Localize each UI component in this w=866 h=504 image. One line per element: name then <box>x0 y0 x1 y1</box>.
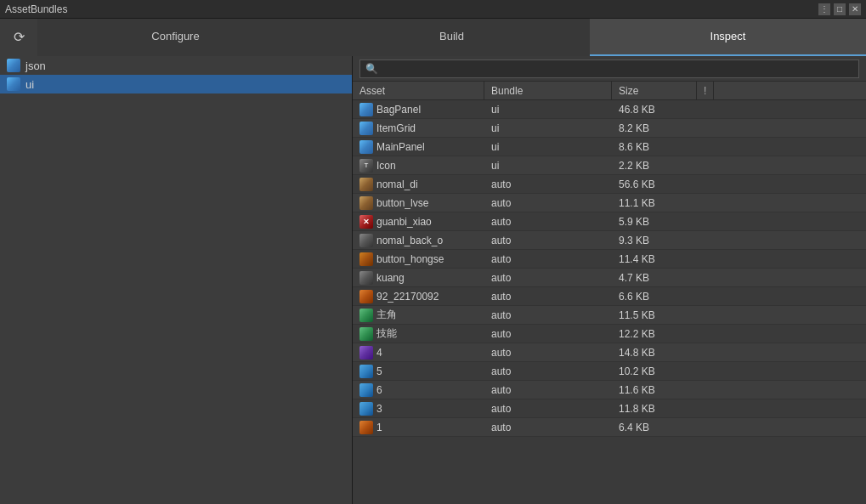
search-bar <box>353 56 866 82</box>
table-row[interactable]: 5 auto 10.2 KB <box>353 362 866 381</box>
table-row[interactable]: button_lvse auto 11.1 KB <box>353 194 866 212</box>
table-row[interactable]: 1 auto 6.4 KB <box>353 418 866 437</box>
table-row[interactable]: 92_22170092 auto 6.6 KB <box>353 287 866 306</box>
asset-name-cell: 5 <box>353 365 484 378</box>
maximize-button[interactable]: □ <box>834 3 846 15</box>
asset-bundle-cell: auto <box>484 197 612 209</box>
asset-bundle-cell: auto <box>484 178 612 190</box>
col-header-bundle: Bundle <box>484 82 612 99</box>
asset-icon <box>359 346 373 360</box>
title-bar: AssetBundles ⋮ □ ✕ <box>0 0 866 19</box>
main-layout: json ui Asset Bundle Size ! BagPanel ui <box>0 56 866 504</box>
asset-size-cell: 10.2 KB <box>612 365 697 377</box>
table-row[interactable]: 技能 auto 12.2 KB <box>353 325 866 343</box>
asset-name: Icon <box>376 160 396 172</box>
asset-icon <box>359 327 373 341</box>
asset-icon <box>359 365 373 378</box>
asset-bundle-cell: auto <box>484 347 612 359</box>
asset-size-cell: 6.6 KB <box>612 291 697 303</box>
table-row[interactable]: nomal_back_o auto 9.3 KB <box>353 231 866 250</box>
asset-size-cell: 8.6 KB <box>612 141 697 153</box>
asset-bundle-cell: auto <box>484 235 612 246</box>
tab-build[interactable]: Build <box>314 19 590 56</box>
asset-size-cell: 5.9 KB <box>612 216 697 228</box>
asset-size-cell: 12.2 KB <box>612 328 697 340</box>
table-row[interactable]: T Icon ui 2.2 KB <box>353 156 866 175</box>
asset-name: 92_22170092 <box>376 291 439 303</box>
table-body: BagPanel ui 46.8 KB ItemGrid ui 8.2 KB M… <box>353 100 866 504</box>
asset-name-cell: button_lvse <box>353 196 484 210</box>
table-row[interactable]: 4 auto 14.8 KB <box>353 343 866 362</box>
asset-bundle-cell: auto <box>484 365 612 377</box>
asset-size-cell: 14.8 KB <box>612 347 697 359</box>
bundle-item-json[interactable]: json <box>0 56 352 75</box>
asset-size-cell: 11.8 KB <box>612 403 697 415</box>
asset-bundle-cell: ui <box>484 160 612 172</box>
asset-name-cell: 技能 <box>353 326 484 341</box>
asset-name-cell: kuang <box>353 271 484 285</box>
asset-table: Asset Bundle Size ! BagPanel ui 46.8 KB … <box>353 82 866 504</box>
asset-name-cell: 主角 <box>353 308 484 322</box>
table-row[interactable]: MainPanel ui 8.6 KB <box>353 138 866 156</box>
asset-name-cell: ItemGrid <box>353 122 484 135</box>
bundle-item-ui[interactable]: ui <box>0 75 352 93</box>
asset-size-cell: 56.6 KB <box>612 178 697 190</box>
window-title: AssetBundles <box>5 3 67 15</box>
asset-name: nomal_back_o <box>376 235 443 246</box>
table-row[interactable]: ItemGrid ui 8.2 KB <box>353 119 866 138</box>
asset-size-cell: 11.1 KB <box>612 197 697 209</box>
left-panel: json ui <box>0 56 353 504</box>
asset-icon: ✕ <box>359 215 373 229</box>
asset-bundle-cell: auto <box>484 272 612 284</box>
table-row[interactable]: ✕ guanbi_xiao auto 5.9 KB <box>353 212 866 231</box>
asset-name: button_lvse <box>376 197 428 209</box>
asset-name: BagPanel <box>376 104 421 116</box>
bundle-label-ui: ui <box>25 78 34 91</box>
asset-name: MainPanel <box>376 141 425 153</box>
asset-name: 5 <box>376 365 382 377</box>
asset-size-cell: 2.2 KB <box>612 160 697 172</box>
asset-icon <box>359 234 373 247</box>
refresh-button[interactable]: ⟳ <box>0 19 37 56</box>
asset-bundle-cell: auto <box>484 384 612 396</box>
table-row[interactable]: nomal_di auto 56.6 KB <box>353 175 866 194</box>
table-row[interactable]: 6 auto 11.6 KB <box>353 381 866 399</box>
asset-icon <box>359 309 373 322</box>
asset-name: 3 <box>376 403 382 415</box>
asset-size-cell: 11.5 KB <box>612 309 697 321</box>
asset-icon <box>359 178 373 191</box>
asset-icon: T <box>359 159 373 173</box>
asset-name: kuang <box>376 272 405 284</box>
asset-icon <box>359 196 373 210</box>
table-row[interactable]: button_hongse auto 11.4 KB <box>353 250 866 269</box>
asset-size-cell: 9.3 KB <box>612 235 697 246</box>
asset-icon <box>359 252 373 266</box>
asset-name-cell: 1 <box>353 421 484 434</box>
table-row[interactable]: 主角 auto 11.5 KB <box>353 306 866 325</box>
asset-icon <box>359 271 373 285</box>
asset-icon <box>359 290 373 303</box>
asset-bundle-cell: auto <box>484 328 612 340</box>
asset-bundle-cell: auto <box>484 291 612 303</box>
table-row[interactable]: BagPanel ui 46.8 KB <box>353 100 866 119</box>
more-button[interactable]: ⋮ <box>818 3 830 15</box>
col-header-size: Size <box>612 82 697 99</box>
tab-inspect[interactable]: Inspect <box>590 19 866 56</box>
close-button[interactable]: ✕ <box>849 3 861 15</box>
tab-configure[interactable]: Configure <box>37 19 314 56</box>
asset-size-cell: 46.8 KB <box>612 104 697 116</box>
bundle-icon-ui <box>7 77 20 91</box>
asset-size-cell: 11.4 KB <box>612 253 697 265</box>
asset-name: ItemGrid <box>376 122 416 134</box>
table-row[interactable]: 3 auto 11.8 KB <box>353 399 866 418</box>
asset-bundle-cell: ui <box>484 141 612 153</box>
asset-bundle-cell: auto <box>484 403 612 415</box>
asset-name: nomal_di <box>376 178 418 190</box>
asset-name-cell: T Icon <box>353 159 484 173</box>
window-controls: ⋮ □ ✕ <box>818 3 861 15</box>
table-row[interactable]: kuang auto 4.7 KB <box>353 269 866 287</box>
asset-bundle-cell: auto <box>484 253 612 265</box>
asset-name-cell: MainPanel <box>353 140 484 154</box>
asset-bundle-cell: ui <box>484 104 612 116</box>
search-input[interactable] <box>359 59 859 78</box>
